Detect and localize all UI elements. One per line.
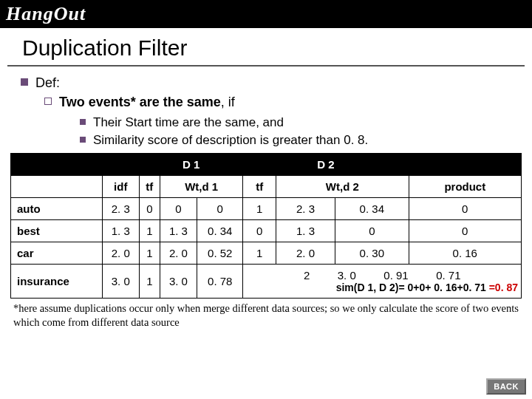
sim-formula: sim(D 1, D 2)= 0+0+ 0. 16+0. 71 =0. 87 [246,282,518,293]
similarity-table: D 1 D 2 idf tf Wt,d 1 tf Wt,d 2 product … [10,153,522,299]
square-bullet-icon [80,137,86,143]
square-bullet-icon [21,78,28,86]
th-blank [409,154,521,176]
table-row: auto2. 300012. 30. 340 [11,198,522,220]
slide-title: Duplication Filter [7,28,525,66]
square-bullet-icon [80,119,86,125]
sim-cell: 2 3. 0 0. 91 0. 71 sim(D 1, D 2)= 0+0+ 0… [243,265,522,299]
th-blank [11,154,103,176]
bullet-cond1: Their Start time are the same, and [80,115,511,132]
back-button[interactable]: BACK [486,378,526,395]
open-square-bullet-icon [44,98,52,105]
table-row: insurance3. 013. 00. 78 2 3. 0 0. 91 0. … [11,265,522,299]
th-product: product [409,176,521,198]
top-bar: HangOut [0,0,532,28]
th-d2: D 2 [243,154,409,176]
th-wtd2: Wt,d 2 [276,176,409,198]
bullet-cond2: Similarity score of description is great… [80,132,511,149]
th-blank [11,176,103,198]
table-row: car2. 012. 00. 5212. 00. 300. 16 [11,242,522,265]
th-idf: idf [102,176,139,198]
bullet-same: Two events* are the same, if [44,93,511,111]
same-text: Two events* are the same, if [59,93,235,111]
th-d1: D 1 [139,154,243,176]
table-row: best1. 311. 30. 3401. 300 [11,220,522,242]
def-label: Def: [35,74,60,92]
th-blank [102,154,139,176]
th-tf: tf [139,176,160,198]
footnote: *here assume duplications occur only whe… [0,299,532,328]
bullet-def: Def: [21,74,511,92]
content: Def: Two events* are the same, if Their … [0,74,532,149]
th-wtd1: Wt,d 1 [160,176,243,198]
th-tf: tf [243,176,276,198]
logo: HangOut [6,3,86,25]
